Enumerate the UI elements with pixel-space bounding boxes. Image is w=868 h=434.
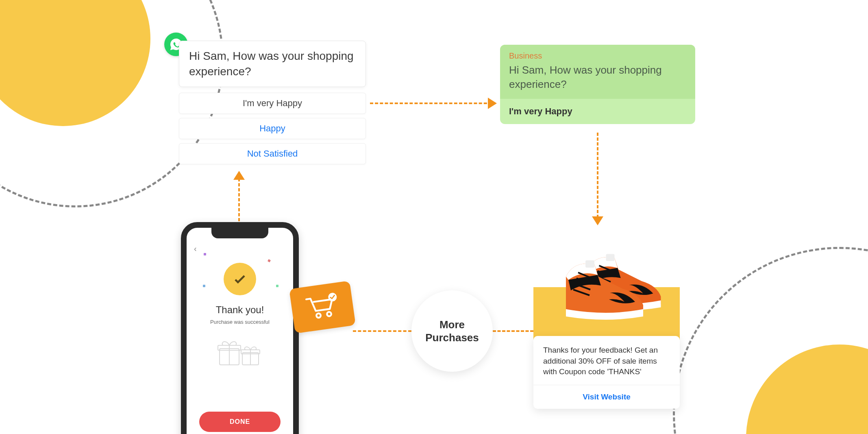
arrowhead-down-icon (592, 216, 603, 225)
phone-mockup: ‹ Thank you! Purchase was successful (181, 222, 299, 434)
arrowhead-right-icon (488, 98, 497, 109)
svg-rect-18 (585, 260, 594, 268)
more-purchases-circle: More Purchases (411, 290, 493, 372)
phone-subtitle: Purchase was successful (210, 319, 270, 325)
confetti-dot (276, 285, 278, 287)
response-sender: Business (509, 51, 686, 61)
svg-rect-13 (606, 254, 615, 261)
shoe-image (542, 230, 688, 328)
product-message: Thanks for your feedback! Get an additio… (533, 336, 680, 385)
question-text: Hi Sam, How was your shopping experience… (189, 50, 354, 78)
gift-boxes-icon (215, 335, 264, 369)
back-icon[interactable]: ‹ (194, 244, 197, 253)
visit-website-label: Visit Website (583, 393, 631, 401)
phone-notch (211, 228, 268, 238)
done-button-label: DONE (230, 418, 250, 425)
cart-card (289, 281, 356, 334)
option-label: I'm very Happy (243, 98, 302, 109)
option-label: Happy (259, 123, 285, 134)
shopping-cart-icon (302, 290, 343, 324)
product-card: Thanks for your feedback! Get an additio… (533, 336, 680, 409)
svg-point-7 (327, 312, 332, 316)
connector-line (597, 133, 598, 218)
confetti-dot (203, 285, 205, 287)
response-answer: I'm very Happy (500, 99, 695, 124)
confetti-dot (204, 253, 206, 255)
response-card-quoted: Business Hi Sam, How was your shopping e… (500, 45, 695, 99)
connector-line (238, 178, 240, 221)
phone-title: Thank you! (216, 304, 264, 316)
response-question: Hi Sam, How was your shopping experience… (509, 63, 686, 92)
connector-line (353, 330, 411, 332)
connector-line (493, 330, 533, 332)
arrowhead-up-icon (233, 171, 245, 180)
done-button[interactable]: DONE (199, 412, 281, 432)
connector-line (370, 103, 492, 104)
svg-point-6 (316, 313, 321, 318)
response-card: Business Hi Sam, How was your shopping e… (500, 45, 695, 124)
visit-website-link[interactable]: Visit Website (533, 385, 680, 409)
success-check-icon (224, 263, 256, 295)
option-not-satisfied[interactable]: Not Satisfied (179, 143, 366, 164)
option-happy[interactable]: Happy (179, 118, 366, 139)
option-very-happy[interactable]: I'm very Happy (179, 93, 366, 114)
more-purchases-label: More Purchases (411, 318, 493, 345)
option-label: Not Satisfied (247, 148, 298, 159)
question-bubble: Hi Sam, How was your shopping experience… (179, 41, 366, 87)
